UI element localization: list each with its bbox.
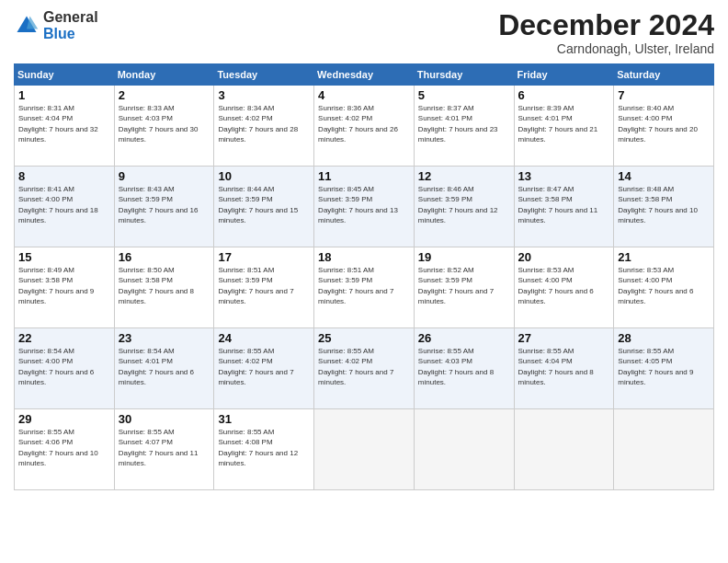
day-detail: Sunrise: 8:41 AMSunset: 4:00 PMDaylight:… <box>18 184 110 225</box>
day-detail: Sunrise: 8:46 AMSunset: 3:59 PMDaylight:… <box>418 184 510 225</box>
day-cell: 26Sunrise: 8:55 AMSunset: 4:03 PMDayligh… <box>414 328 514 409</box>
day-detail: Sunrise: 8:49 AMSunset: 3:58 PMDaylight:… <box>18 265 110 306</box>
day-number: 31 <box>218 412 310 426</box>
day-number: 7 <box>618 88 710 102</box>
day-number: 21 <box>618 250 710 264</box>
day-cell: 4Sunrise: 8:36 AMSunset: 4:02 PMDaylight… <box>314 86 415 167</box>
day-cell: 14Sunrise: 8:48 AMSunset: 3:58 PMDayligh… <box>614 167 714 247</box>
day-detail: Sunrise: 8:45 AMSunset: 3:59 PMDaylight:… <box>318 184 410 225</box>
logo-icon <box>14 13 40 39</box>
day-number: 19 <box>418 250 510 264</box>
day-number: 14 <box>618 169 710 183</box>
day-detail: Sunrise: 8:53 AMSunset: 4:00 PMDaylight:… <box>518 265 610 306</box>
day-detail: Sunrise: 8:55 AMSunset: 4:04 PMDaylight:… <box>518 346 610 387</box>
day-detail: Sunrise: 8:54 AMSunset: 4:01 PMDaylight:… <box>119 346 210 387</box>
day-number: 17 <box>218 250 310 264</box>
day-cell: 9Sunrise: 8:43 AMSunset: 3:59 PMDaylight… <box>114 167 214 247</box>
day-cell: 28Sunrise: 8:55 AMSunset: 4:05 PMDayligh… <box>614 328 714 409</box>
day-detail: Sunrise: 8:52 AMSunset: 3:59 PMDaylight:… <box>418 265 510 306</box>
day-cell: 13Sunrise: 8:47 AMSunset: 3:58 PMDayligh… <box>514 167 614 247</box>
header-row: SundayMondayTuesdayWednesdayThursdayFrid… <box>15 64 714 86</box>
day-number: 12 <box>418 169 510 183</box>
day-number: 10 <box>218 169 310 183</box>
logo-text: General Blue <box>43 9 98 41</box>
day-detail: Sunrise: 8:55 AMSunset: 4:06 PMDaylight:… <box>18 427 110 468</box>
day-cell <box>314 409 415 490</box>
week-row-2: 8Sunrise: 8:41 AMSunset: 4:00 PMDaylight… <box>15 167 714 247</box>
day-cell: 2Sunrise: 8:33 AMSunset: 4:03 PMDaylight… <box>114 86 214 167</box>
day-cell: 31Sunrise: 8:55 AMSunset: 4:08 PMDayligh… <box>214 409 314 490</box>
day-cell: 23Sunrise: 8:54 AMSunset: 4:01 PMDayligh… <box>114 328 214 409</box>
day-detail: Sunrise: 8:55 AMSunset: 4:03 PMDaylight:… <box>418 346 510 387</box>
col-header-tuesday: Tuesday <box>214 64 314 86</box>
day-number: 9 <box>119 169 210 183</box>
logo-blue: Blue <box>43 26 98 42</box>
day-cell: 20Sunrise: 8:53 AMSunset: 4:00 PMDayligh… <box>514 247 614 328</box>
day-cell: 10Sunrise: 8:44 AMSunset: 3:59 PMDayligh… <box>214 167 314 247</box>
day-detail: Sunrise: 8:55 AMSunset: 4:08 PMDaylight:… <box>218 427 310 468</box>
day-detail: Sunrise: 8:51 AMSunset: 3:59 PMDaylight:… <box>218 265 310 306</box>
day-detail: Sunrise: 8:44 AMSunset: 3:59 PMDaylight:… <box>218 184 310 225</box>
page: General Blue December 2024 Carndonagh, U… <box>0 0 728 563</box>
day-cell: 17Sunrise: 8:51 AMSunset: 3:59 PMDayligh… <box>214 247 314 328</box>
week-row-5: 29Sunrise: 8:55 AMSunset: 4:06 PMDayligh… <box>15 409 714 490</box>
day-cell: 22Sunrise: 8:54 AMSunset: 4:00 PMDayligh… <box>15 328 115 409</box>
col-header-wednesday: Wednesday <box>314 64 415 86</box>
day-cell <box>514 409 614 490</box>
day-number: 27 <box>518 331 610 345</box>
day-number: 30 <box>119 412 210 426</box>
day-cell <box>414 409 514 490</box>
day-number: 28 <box>618 331 710 345</box>
day-cell: 29Sunrise: 8:55 AMSunset: 4:06 PMDayligh… <box>15 409 115 490</box>
day-number: 8 <box>18 169 110 183</box>
day-cell: 7Sunrise: 8:40 AMSunset: 4:00 PMDaylight… <box>614 86 714 167</box>
day-number: 3 <box>218 88 310 102</box>
day-cell: 18Sunrise: 8:51 AMSunset: 3:59 PMDayligh… <box>314 247 415 328</box>
day-number: 16 <box>119 250 210 264</box>
day-number: 26 <box>418 331 510 345</box>
day-cell: 12Sunrise: 8:46 AMSunset: 3:59 PMDayligh… <box>414 167 514 247</box>
week-row-4: 22Sunrise: 8:54 AMSunset: 4:00 PMDayligh… <box>15 328 714 409</box>
day-detail: Sunrise: 8:51 AMSunset: 3:59 PMDaylight:… <box>318 265 410 306</box>
day-number: 6 <box>518 88 610 102</box>
day-detail: Sunrise: 8:53 AMSunset: 4:00 PMDaylight:… <box>618 265 710 306</box>
col-header-saturday: Saturday <box>614 64 714 86</box>
col-header-monday: Monday <box>114 64 214 86</box>
day-detail: Sunrise: 8:55 AMSunset: 4:05 PMDaylight:… <box>618 346 710 387</box>
day-cell: 27Sunrise: 8:55 AMSunset: 4:04 PMDayligh… <box>514 328 614 409</box>
day-detail: Sunrise: 8:55 AMSunset: 4:02 PMDaylight:… <box>318 346 410 387</box>
day-number: 25 <box>318 331 410 345</box>
day-cell: 1Sunrise: 8:31 AMSunset: 4:04 PMDaylight… <box>15 86 115 167</box>
day-cell <box>614 409 714 490</box>
day-detail: Sunrise: 8:39 AMSunset: 4:01 PMDaylight:… <box>518 103 610 144</box>
day-detail: Sunrise: 8:34 AMSunset: 4:02 PMDaylight:… <box>218 103 310 144</box>
day-cell: 24Sunrise: 8:55 AMSunset: 4:02 PMDayligh… <box>214 328 314 409</box>
day-cell: 8Sunrise: 8:41 AMSunset: 4:00 PMDaylight… <box>15 167 115 247</box>
day-detail: Sunrise: 8:40 AMSunset: 4:00 PMDaylight:… <box>618 103 710 144</box>
day-cell: 16Sunrise: 8:50 AMSunset: 3:58 PMDayligh… <box>114 247 214 328</box>
day-detail: Sunrise: 8:37 AMSunset: 4:01 PMDaylight:… <box>418 103 510 144</box>
day-number: 13 <box>518 169 610 183</box>
day-number: 11 <box>318 169 410 183</box>
day-number: 23 <box>119 331 210 345</box>
day-number: 20 <box>518 250 610 264</box>
day-cell: 30Sunrise: 8:55 AMSunset: 4:07 PMDayligh… <box>114 409 214 490</box>
day-number: 5 <box>418 88 510 102</box>
col-header-friday: Friday <box>514 64 614 86</box>
day-detail: Sunrise: 8:33 AMSunset: 4:03 PMDaylight:… <box>119 103 210 144</box>
day-detail: Sunrise: 8:48 AMSunset: 3:58 PMDaylight:… <box>618 184 710 225</box>
day-detail: Sunrise: 8:50 AMSunset: 3:58 PMDaylight:… <box>119 265 210 306</box>
day-detail: Sunrise: 8:55 AMSunset: 4:07 PMDaylight:… <box>119 427 210 468</box>
week-row-1: 1Sunrise: 8:31 AMSunset: 4:04 PMDaylight… <box>15 86 714 167</box>
day-number: 22 <box>18 331 110 345</box>
day-number: 1 <box>18 88 110 102</box>
day-number: 2 <box>119 88 210 102</box>
day-number: 4 <box>318 88 410 102</box>
day-cell: 3Sunrise: 8:34 AMSunset: 4:02 PMDaylight… <box>214 86 314 167</box>
header: General Blue December 2024 Carndonagh, U… <box>14 9 714 56</box>
day-number: 15 <box>18 250 110 264</box>
day-detail: Sunrise: 8:54 AMSunset: 4:00 PMDaylight:… <box>18 346 110 387</box>
month-title: December 2024 <box>498 9 714 41</box>
title-block: December 2024 Carndonagh, Ulster, Irelan… <box>498 9 714 56</box>
day-number: 29 <box>18 412 110 426</box>
